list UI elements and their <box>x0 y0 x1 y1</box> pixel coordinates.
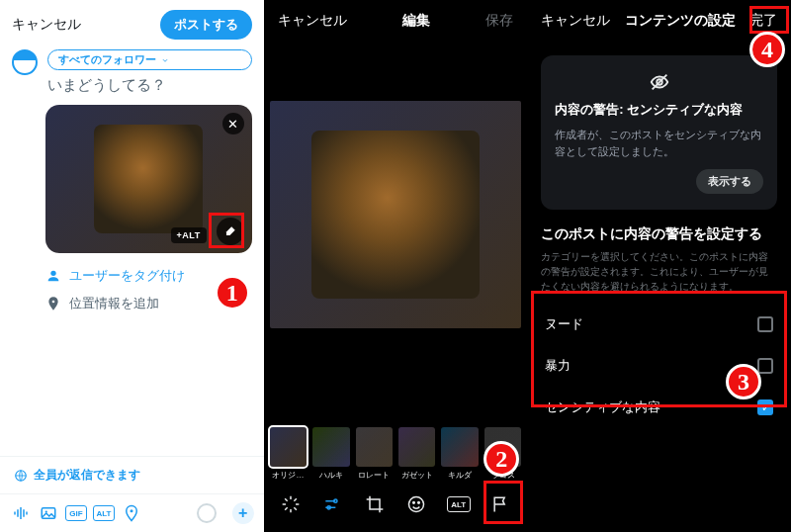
svg-point-7 <box>409 497 424 512</box>
avatar[interactable] <box>12 49 38 75</box>
option-label: センシティブな内容 <box>545 399 660 416</box>
cancel-button[interactable]: キャンセル <box>12 16 81 34</box>
compose-screen: キャンセル ポストする すべてのフォロワー いまどうしてる？ ✕ +ALT ユー… <box>0 0 264 532</box>
svg-point-8 <box>413 502 415 504</box>
post-button[interactable]: ポストする <box>160 10 252 40</box>
filter-gazette[interactable]: ガゼット <box>398 427 435 481</box>
callout-3: 3 <box>726 364 761 399</box>
compose-input[interactable]: いまどうしてる？ <box>47 76 252 95</box>
filter-original[interactable]: オリジ… <box>270 427 307 481</box>
chevron-down-icon <box>160 55 170 65</box>
edit-preview <box>270 101 522 328</box>
checkbox-checked[interactable]: ✓ <box>757 399 773 415</box>
filter-loreto[interactable]: ロレート <box>356 427 393 481</box>
user-icon <box>45 268 61 284</box>
edit-save-button[interactable]: 保存 <box>485 12 513 30</box>
edit-toolbar: ALT <box>264 481 528 532</box>
settings-title: コンテンツの設定 <box>625 12 736 30</box>
warning-title: 内容の警告: センシティブな内容 <box>555 101 743 119</box>
option-label: ヌード <box>545 315 583 333</box>
checkbox[interactable] <box>757 358 773 374</box>
audience-selector[interactable]: すべてのフォロワー <box>47 49 252 70</box>
settings-done-button[interactable]: 完了 <box>749 12 777 30</box>
sticker-icon[interactable] <box>404 492 428 516</box>
add-thread-button[interactable]: + <box>232 502 254 524</box>
warning-desc: 作成者が、このポストをセンシティブな内容として設定しました。 <box>555 127 763 159</box>
enhance-icon[interactable] <box>279 492 303 516</box>
location-toolbar-icon[interactable] <box>121 502 142 524</box>
reply-scope-button[interactable]: 全員が返信できます <box>0 457 264 494</box>
eye-off-icon <box>649 71 670 93</box>
section-title: このポストに内容の警告を設定する <box>527 210 791 249</box>
alt-badge[interactable]: +ALT <box>171 227 207 243</box>
brush-icon <box>223 224 237 238</box>
filter-kilda[interactable]: キルダ <box>441 427 478 481</box>
warning-card: 内容の警告: センシティブな内容 作成者が、このポストをセンシティブな内容として… <box>541 55 777 210</box>
remove-media-button[interactable]: ✕ <box>222 113 244 134</box>
lion-image <box>94 125 203 233</box>
svg-point-4 <box>131 509 133 512</box>
add-location-label: 位置情報を追加 <box>69 295 159 312</box>
globe-icon <box>14 469 28 483</box>
reply-scope-label: 全員が返信できます <box>34 467 140 484</box>
char-count-ring <box>197 503 217 523</box>
gif-icon[interactable]: GIF <box>65 505 87 521</box>
edit-media-button[interactable] <box>217 218 244 245</box>
alt-icon[interactable]: ALT <box>93 505 115 521</box>
compose-toolbar: GIF ALT + <box>0 494 264 532</box>
crop-icon[interactable] <box>363 492 387 516</box>
svg-point-0 <box>50 271 55 276</box>
callout-4: 4 <box>749 32 785 67</box>
image-icon[interactable] <box>38 502 59 524</box>
edit-title: 編集 <box>402 12 430 30</box>
filters-tab-icon[interactable] <box>320 492 344 516</box>
svg-rect-2 <box>42 508 55 519</box>
alt-tab-icon[interactable]: ALT <box>447 496 471 512</box>
show-button[interactable]: 表示する <box>696 169 763 194</box>
settings-cancel-button[interactable]: キャンセル <box>541 12 610 30</box>
option-nude[interactable]: ヌード <box>531 304 787 345</box>
content-settings-screen: キャンセル コンテンツの設定 完了 内容の警告: センシティブな内容 作成者が、… <box>527 0 791 532</box>
svg-point-9 <box>418 502 420 504</box>
audience-label: すべてのフォロワー <box>58 52 156 67</box>
attached-media: ✕ +ALT <box>45 105 252 253</box>
option-label: 暴力 <box>545 357 571 375</box>
spaces-icon[interactable] <box>10 502 32 524</box>
flag-icon[interactable] <box>488 492 512 516</box>
callout-1: 1 <box>215 275 250 310</box>
edit-screen: キャンセル 編集 保存 オリジ… ハルキ ロレート ガゼット キルダ ラゴス A… <box>264 0 528 532</box>
lion-image <box>311 131 480 299</box>
tag-users-label: ユーザーをタグ付け <box>69 267 185 285</box>
edit-cancel-button[interactable]: キャンセル <box>278 12 347 30</box>
section-hint: カテゴリーを選択してください。このポストに内容の警告が設定されます。これにより、… <box>527 249 791 294</box>
location-icon <box>45 296 61 311</box>
checkbox[interactable] <box>757 316 773 332</box>
filter-haruki[interactable]: ハルキ <box>312 427 349 481</box>
